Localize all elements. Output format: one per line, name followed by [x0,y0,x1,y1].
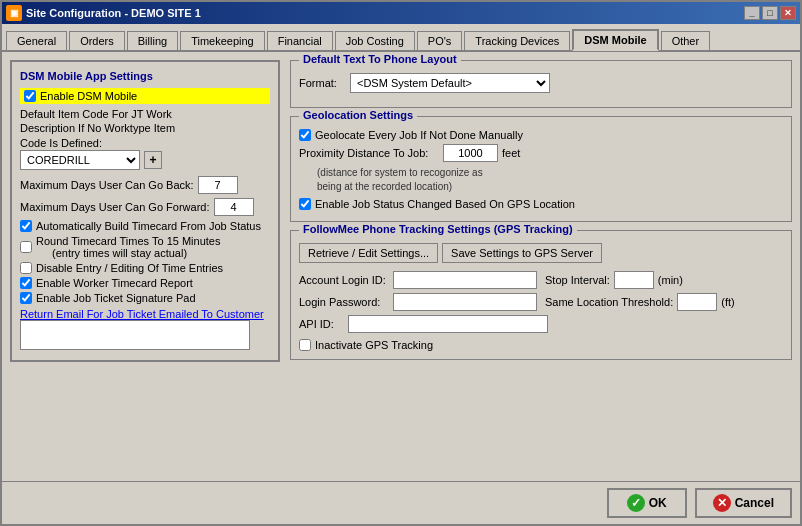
dropdown-row: COREDRILL + [20,150,270,170]
enable-signature-checkbox[interactable] [20,292,32,304]
round-timecard-row: Round Timecard Times To 15 Minutes(entry… [20,235,270,259]
proximity-label: Proximity Distance To Job: [299,147,439,159]
tab-pos[interactable]: PO's [417,31,463,50]
geolocate-row: Geolocate Every Job If Not Done Manually [299,129,783,141]
gps-status-checkbox[interactable] [299,198,311,210]
proximity-row: Proximity Distance To Job: feet [299,144,783,162]
max-days-back-label: Maximum Days User Can Go Back: [20,179,194,191]
content-area: DSM Mobile App Settings Enable DSM Mobil… [2,52,800,481]
account-login-row: Account Login ID: [299,271,537,289]
max-days-forward-row: Maximum Days User Can Go Forward: [20,198,270,216]
gps-status-row: Enable Job Status Changed Based On GPS L… [299,198,783,210]
api-label: API ID: [299,318,344,330]
round-timecard-label: Round Timecard Times To 15 Minutes(entry… [36,235,220,259]
dsm-settings-title: DSM Mobile App Settings [20,70,270,82]
enable-dsm-row: Enable DSM Mobile [20,88,270,104]
save-settings-button[interactable]: Save Settings to GPS Server [442,243,602,263]
gps-fields: Account Login ID: Stop Interval: (min) L… [299,271,783,311]
tab-orders[interactable]: Orders [69,31,125,50]
api-input[interactable] [348,315,548,333]
enable-signature-label: Enable Job Ticket Signature Pad [36,292,196,304]
main-window: ▣ Site Configuration - DEMO SITE 1 _ □ ✕… [0,0,802,526]
coredrill-dropdown[interactable]: COREDRILL [20,150,140,170]
same-location-row: Same Location Threshold: (ft) [545,293,783,311]
ok-button[interactable]: ✓ OK [607,488,687,518]
title-bar-left: ▣ Site Configuration - DEMO SITE 1 [6,5,201,21]
format-row: Format: <DSM System Default> [299,73,783,93]
max-days-back-row: Maximum Days User Can Go Back: [20,176,270,194]
tab-billing[interactable]: Billing [127,31,178,50]
tab-job-costing[interactable]: Job Costing [335,31,415,50]
round-timecard-checkbox[interactable] [20,241,32,253]
inactivate-checkbox[interactable] [299,339,311,351]
return-email-link[interactable]: Return Email For Job Ticket Emailed To C… [20,308,270,320]
close-button[interactable]: ✕ [780,6,796,20]
app-icon: ▣ [6,5,22,21]
stop-interval-unit: (min) [658,274,683,286]
inactivate-label: Inactivate GPS Tracking [315,339,433,351]
gps-tracking-title: FollowMee Phone Tracking Settings (GPS T… [299,223,577,235]
default-text-group: Default Text To Phone Layout Format: <DS… [290,60,792,108]
stop-interval-input[interactable] [614,271,654,289]
proximity-info: (distance for system to recogonize asbei… [317,166,783,194]
login-password-row: Login Password: [299,293,537,311]
auto-build-checkbox[interactable] [20,220,32,232]
same-location-unit: (ft) [721,296,734,308]
enable-signature-row: Enable Job Ticket Signature Pad [20,292,270,304]
login-password-label: Login Password: [299,296,389,308]
tab-tracking-devices[interactable]: Tracking Devices [464,31,570,50]
inactivate-row: Inactivate GPS Tracking [299,339,783,351]
format-select[interactable]: <DSM System Default> [350,73,550,93]
geolocate-checkbox[interactable] [299,129,311,141]
disable-entry-label: Disable Entry / Editing Of Time Entries [36,262,223,274]
tab-financial[interactable]: Financial [267,31,333,50]
disable-entry-checkbox[interactable] [20,262,32,274]
same-location-label: Same Location Threshold: [545,296,673,308]
enable-worker-row: Enable Worker Timecard Report [20,277,270,289]
auto-build-row: Automatically Build Timecard From Job St… [20,220,270,232]
return-email-label[interactable]: Return Email For Job Ticket Emailed To C… [20,308,264,320]
default-text-title: Default Text To Phone Layout [299,53,461,65]
default-text-content: Format: <DSM System Default> [299,73,783,93]
proximity-unit: feet [502,147,520,159]
login-password-input[interactable] [393,293,537,311]
enable-dsm-checkbox[interactable] [24,90,36,102]
title-bar: ▣ Site Configuration - DEMO SITE 1 _ □ ✕ [2,2,800,24]
retrieve-settings-button[interactable]: Retrieve / Edit Settings... [299,243,438,263]
disable-entry-row: Disable Entry / Editing Of Time Entries [20,262,270,274]
cancel-button[interactable]: ✕ Cancel [695,488,792,518]
enable-worker-label: Enable Worker Timecard Report [36,277,193,289]
max-days-forward-label: Maximum Days User Can Go Forward: [20,201,210,213]
tab-general[interactable]: General [6,31,67,50]
enable-dsm-label: Enable DSM Mobile [40,90,137,102]
geolocate-label: Geolocate Every Job If Not Done Manually [315,129,523,141]
proximity-input[interactable] [443,144,498,162]
cancel-icon: ✕ [713,494,731,512]
stop-interval-row: Stop Interval: (min) [545,271,783,289]
enable-worker-checkbox[interactable] [20,277,32,289]
same-location-input[interactable] [677,293,717,311]
gps-buttons: Retrieve / Edit Settings... Save Setting… [299,243,783,263]
max-days-forward-input[interactable] [214,198,254,216]
minimize-button[interactable]: _ [744,6,760,20]
account-login-input[interactable] [393,271,537,289]
maximize-button[interactable]: □ [762,6,778,20]
api-row: API ID: [299,315,783,333]
default-item-label: Default Item Code For JT WorkDescription… [20,107,270,150]
gps-tracking-group: FollowMee Phone Tracking Settings (GPS T… [290,230,792,360]
title-buttons: _ □ ✕ [744,6,796,20]
tabs-bar: General Orders Billing Timekeeping Finan… [2,24,800,52]
account-login-label: Account Login ID: [299,274,389,286]
tab-other[interactable]: Other [661,31,711,50]
geolocation-group: Geolocation Settings Geolocate Every Job… [290,116,792,222]
max-days-back-input[interactable] [198,176,238,194]
return-email-textarea[interactable] [20,320,250,350]
tab-dsm-mobile[interactable]: DSM Mobile [572,29,658,51]
right-panel: Default Text To Phone Layout Format: <DS… [290,60,792,473]
add-button[interactable]: + [144,151,162,169]
tab-timekeeping[interactable]: Timekeeping [180,31,265,50]
format-label: Format: [299,77,344,89]
footer: ✓ OK ✕ Cancel [2,481,800,524]
geolocation-content: Geolocate Every Job If Not Done Manually… [299,129,783,210]
geolocation-title: Geolocation Settings [299,109,417,121]
